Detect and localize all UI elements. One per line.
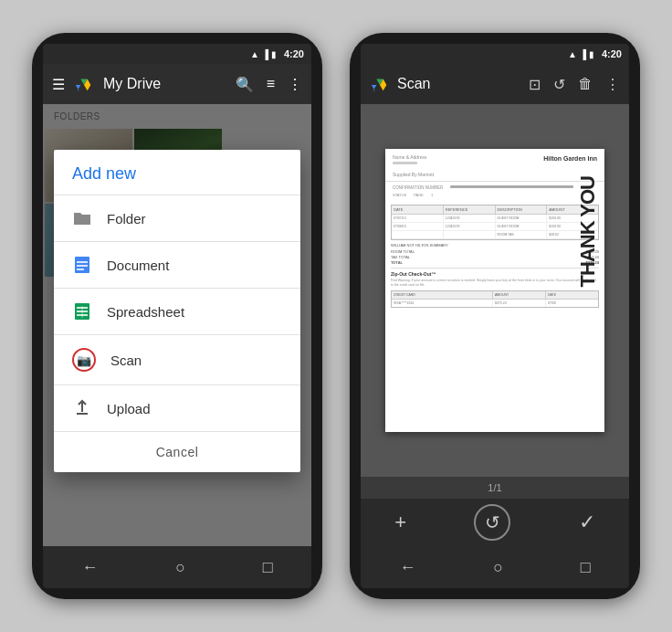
- page-counter-text: 1/1: [488, 482, 501, 493]
- scan-circle-highlight: 📷: [72, 348, 96, 372]
- document-viewer: Name & Address Supplied By Marriott Hilt…: [361, 104, 629, 477]
- toolbar-left: ☰ My Drive 🔍 ≡ ⋮: [43, 64, 311, 104]
- add-new-modal: Add new Folder: [54, 150, 300, 472]
- hamburger-icon[interactable]: ☰: [52, 76, 65, 93]
- confirm-button[interactable]: ✓: [579, 511, 595, 534]
- scan-toolbar-icons: ⊡ ↺ 🗑 ⋮: [529, 76, 620, 93]
- add-page-button[interactable]: +: [394, 511, 406, 534]
- phone-right: ▲ ▐ ▮ 4:20 Scan ⊡ ↺ 🗑 ⋮: [350, 33, 640, 599]
- back-button[interactable]: ←: [81, 558, 98, 577]
- battery-icon: ▮: [271, 49, 277, 59]
- delete-icon[interactable]: 🗑: [578, 76, 593, 92]
- drive-logo-right: [370, 74, 390, 94]
- recents-button[interactable]: □: [263, 558, 273, 577]
- phone-right-screen: ▲ ▐ ▮ 4:20 Scan ⊡ ↺ 🗑 ⋮: [361, 44, 629, 588]
- receipt-body: CONFIRMATION NUMBER STATUS PAGE 1: [385, 182, 604, 203]
- toolbar-icons-left: 🔍 ≡ ⋮: [236, 76, 302, 93]
- modal-item-spreadsheet[interactable]: Spreadsheet: [54, 289, 300, 334]
- back-button-right[interactable]: ←: [399, 558, 415, 577]
- svg-rect-2: [77, 265, 88, 267]
- document-icon: [72, 255, 92, 275]
- modal-title: Add new: [54, 150, 300, 195]
- drive-logo-left: [74, 74, 94, 94]
- spreadsheet-label: Spreadsheet: [107, 304, 184, 320]
- modal-item-scan[interactable]: 📷 Scan: [54, 335, 300, 384]
- crop-icon[interactable]: ⊡: [529, 76, 541, 93]
- more-icon-left[interactable]: ⋮: [288, 76, 302, 93]
- scan-icon: 📷: [77, 353, 91, 367]
- svg-rect-3: [77, 269, 84, 270]
- modal-item-upload[interactable]: Upload: [54, 385, 300, 431]
- page-counter: 1/1: [361, 477, 629, 499]
- search-icon-left[interactable]: 🔍: [236, 76, 254, 93]
- more-icon-right[interactable]: ⋮: [605, 76, 620, 93]
- list-icon[interactable]: ≡: [267, 76, 275, 92]
- status-icons-right: ▲ ▐ ▮: [568, 49, 594, 59]
- home-button-right[interactable]: ○: [493, 558, 503, 577]
- toolbar-title-left: My Drive: [103, 76, 226, 92]
- bottom-nav-right: ← ○ □: [361, 546, 629, 588]
- folder-icon: [72, 208, 92, 228]
- modal-item-folder[interactable]: Folder: [54, 195, 300, 241]
- scan-title: Scan: [397, 76, 521, 92]
- upload-icon: [72, 398, 92, 418]
- status-time-right: 4:20: [602, 48, 622, 59]
- phone-left: ▲ ▐ ▮ 4:20 ☰ My Drive 🔍 ≡ ⋮ FOLDER: [32, 33, 322, 599]
- thank-you-text: THANK YOU: [577, 176, 599, 287]
- scanned-document: Name & Address Supplied By Marriott Hilt…: [385, 149, 604, 432]
- home-button[interactable]: ○: [175, 558, 185, 577]
- signal-icon: ▐: [262, 49, 268, 59]
- rotate-icon[interactable]: ↺: [553, 76, 565, 93]
- wifi-icon: ▲: [250, 49, 259, 59]
- receipt-table: DATE REFERENCE DESCRIPTION AMOUNT 07/07/…: [391, 205, 599, 240]
- signal-icon-right: ▐: [580, 49, 586, 59]
- svg-rect-1: [77, 261, 88, 263]
- checkout-table: CREDIT CARD AMOUNT DATE VISA ****1234 $3…: [391, 290, 599, 308]
- checkout-section: Zip-Out Check-Out™ Find Warning: If your…: [391, 268, 599, 288]
- folder-label: Folder: [107, 211, 146, 226]
- wifi-icon-right: ▲: [568, 49, 577, 59]
- battery-icon-right: ▮: [589, 49, 594, 59]
- phone-left-screen: ▲ ▐ ▮ 4:20 ☰ My Drive 🔍 ≡ ⋮ FOLDER: [43, 44, 311, 588]
- receipt-header: Name & Address Supplied By Marriott Hilt…: [385, 149, 604, 182]
- cancel-button[interactable]: Cancel: [54, 432, 300, 472]
- bottom-nav-left: ← ○ □: [43, 546, 311, 588]
- receipt-balance: WILLIAM NOT HILTON SUMMARY ROOM TOTAL $3…: [391, 243, 599, 265]
- status-icons: ▲ ▐ ▮: [250, 49, 277, 59]
- receipt-left: Name & Address Supplied By Marriott: [393, 154, 434, 177]
- modal-item-document[interactable]: Document: [54, 242, 300, 288]
- status-time-left: 4:20: [284, 48, 304, 59]
- status-bar-left: ▲ ▐ ▮ 4:20: [43, 44, 311, 64]
- action-bar: + ↺ ✓: [361, 499, 629, 546]
- status-bar-right: ▲ ▐ ▮ 4:20: [361, 44, 629, 64]
- document-label: Document: [107, 258, 169, 273]
- upload-label: Upload: [107, 401, 151, 416]
- hotel-name: Hilton Garden Inn: [543, 154, 597, 163]
- drive-content: FOLDERS Add new: [43, 104, 311, 546]
- retake-button[interactable]: ↺: [474, 504, 510, 541]
- recents-button-right[interactable]: □: [581, 558, 591, 577]
- spreadsheet-icon: [72, 301, 92, 321]
- modal-overlay[interactable]: Add new Folder: [43, 104, 311, 546]
- scan-label: Scan: [110, 353, 142, 368]
- scan-toolbar: Scan ⊡ ↺ 🗑 ⋮: [361, 64, 629, 104]
- retake-icon: ↺: [485, 511, 500, 533]
